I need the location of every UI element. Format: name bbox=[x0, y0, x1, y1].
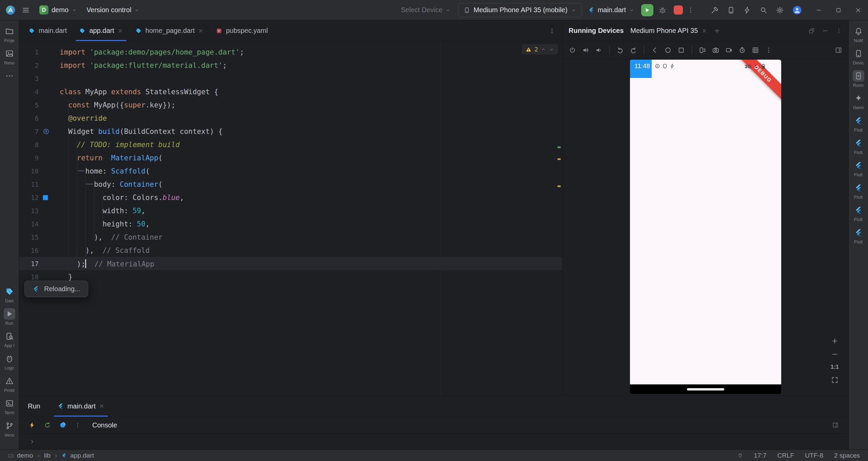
code-line-6[interactable]: 6 @override bbox=[19, 112, 562, 125]
emulator-screen[interactable]: DEBUG 11:48 3G bbox=[630, 60, 781, 384]
power-save-plug-icon[interactable] bbox=[737, 453, 743, 459]
search-icon[interactable] bbox=[760, 6, 768, 14]
device-selector[interactable]: Medium Phone API 35 (mobile) bbox=[458, 3, 582, 17]
device-tab[interactable]: Medium Phone API 35 bbox=[630, 27, 707, 35]
tool-notifications[interactable]: Notif bbox=[849, 23, 868, 45]
line-number[interactable]: 16 bbox=[19, 247, 39, 254]
line-number[interactable]: 9 bbox=[19, 154, 39, 162]
hide-panel-icon[interactable] bbox=[822, 27, 829, 34]
select-device-dropdown[interactable]: Select Device bbox=[401, 6, 451, 14]
tab-options-kebab[interactable] bbox=[542, 20, 562, 41]
stop-button[interactable] bbox=[674, 5, 683, 15]
home-icon[interactable] bbox=[664, 46, 672, 54]
more-actions-kebab[interactable] bbox=[687, 6, 694, 14]
settings-gear-icon[interactable] bbox=[776, 6, 784, 14]
breadcrumb-project[interactable]: demo bbox=[17, 452, 33, 459]
user-avatar[interactable] bbox=[792, 5, 802, 15]
line-number[interactable]: 15 bbox=[19, 234, 39, 241]
line-number[interactable]: 13 bbox=[19, 207, 39, 215]
devtools-button[interactable] bbox=[59, 421, 66, 429]
tab-app-dart[interactable]: app.dart bbox=[73, 20, 129, 41]
project-widget[interactable]: D demo bbox=[35, 3, 81, 18]
color-preview-swatch[interactable] bbox=[43, 195, 48, 200]
tool-flutter-tool-4[interactable]: Flutt bbox=[849, 180, 868, 202]
tool-logcat[interactable]: Logc bbox=[0, 350, 19, 373]
lightning-icon[interactable] bbox=[743, 6, 751, 14]
line-number[interactable]: 6 bbox=[19, 115, 39, 122]
tool-running-devices[interactable]: Runn bbox=[849, 68, 868, 90]
expand-chevron-icon[interactable] bbox=[29, 439, 35, 445]
dock-panel-icon[interactable] bbox=[835, 46, 842, 54]
layout-settings-icon[interactable] bbox=[832, 422, 839, 428]
close-icon[interactable] bbox=[702, 28, 707, 34]
code-line-13[interactable]: 13 width: 59, bbox=[19, 204, 562, 217]
phone-nav-bar[interactable] bbox=[630, 384, 781, 394]
code-line-14[interactable]: 14 height: 50, bbox=[19, 217, 562, 230]
volume-up-icon[interactable] bbox=[582, 46, 589, 54]
console-options-kebab[interactable] bbox=[74, 422, 81, 428]
line-number[interactable]: 3 bbox=[19, 75, 39, 82]
override-marker-icon[interactable] bbox=[43, 128, 50, 135]
line-number[interactable]: 10 bbox=[19, 167, 39, 175]
tool-flutter-tool-2[interactable]: Flutt bbox=[849, 135, 868, 157]
console-tab[interactable]: Console bbox=[92, 421, 117, 429]
tool-device-manager[interactable]: Devic bbox=[849, 45, 868, 68]
tool-flutter-tool-1[interactable]: Flutt bbox=[849, 113, 868, 135]
overview-icon[interactable] bbox=[677, 46, 685, 54]
vcs-widget[interactable]: Version control bbox=[82, 3, 144, 18]
code-line-16[interactable]: 16 ), // Scaffold bbox=[19, 244, 562, 257]
zoom-out-button[interactable] bbox=[831, 350, 839, 358]
tool-problems[interactable]: Probl bbox=[0, 373, 19, 395]
zoom-reset-button[interactable]: 1:1 bbox=[830, 364, 839, 370]
window-close-button[interactable] bbox=[848, 0, 868, 20]
device-mirror-icon[interactable] bbox=[727, 6, 735, 14]
inspection-widget[interactable]: 2 bbox=[522, 44, 558, 55]
tool-flutter-tool-5[interactable]: Flutt bbox=[849, 202, 868, 224]
snapshot-icon[interactable] bbox=[738, 46, 746, 54]
line-number[interactable]: 7 bbox=[19, 128, 39, 135]
chevron-up-icon[interactable] bbox=[541, 47, 546, 52]
code-line-11[interactable]: 11 body: Container( bbox=[19, 178, 562, 191]
code-line-5[interactable]: 5 const MyApp({super.key}); bbox=[19, 98, 562, 112]
code-line-7[interactable]: 7 Widget build(BuildContext context) { bbox=[19, 125, 562, 138]
breadcrumb-lib[interactable]: lib bbox=[44, 452, 51, 459]
run-button[interactable] bbox=[641, 4, 653, 16]
code-line-18[interactable]: 18 } bbox=[19, 270, 562, 283]
code-line-8[interactable]: 8 // TODO: implement build bbox=[19, 138, 562, 151]
float-window-icon[interactable] bbox=[808, 27, 815, 34]
zoom-in-button[interactable] bbox=[831, 337, 839, 345]
tool-resource-manager[interactable]: Reso bbox=[0, 45, 19, 68]
code-line-4[interactable]: 4class MyApp extends StatelessWidget { bbox=[19, 85, 562, 98]
main-menu-button[interactable] bbox=[18, 3, 34, 18]
hot-reload-button[interactable] bbox=[28, 421, 36, 429]
line-number[interactable]: 14 bbox=[19, 220, 39, 228]
window-maximize-button[interactable] bbox=[829, 0, 848, 20]
tool-project[interactable]: Proje bbox=[0, 23, 19, 45]
tool-flutter-tool-3[interactable]: Flutt bbox=[849, 157, 868, 180]
file-encoding[interactable]: UTF-8 bbox=[805, 452, 823, 459]
volume-down-icon[interactable] bbox=[595, 46, 603, 54]
tab-home-page-dart[interactable]: home_page.dart bbox=[129, 20, 210, 41]
tab-pubspec-yaml[interactable]: pubspec.yaml bbox=[210, 20, 274, 41]
rotate-right-icon[interactable] bbox=[630, 46, 637, 54]
line-number[interactable]: 4 bbox=[19, 88, 39, 96]
fold-icon[interactable] bbox=[699, 46, 706, 54]
line-number[interactable]: 18 bbox=[19, 273, 39, 281]
run-configuration-dropdown[interactable]: main.dart bbox=[588, 6, 634, 14]
camera-icon[interactable] bbox=[712, 46, 719, 54]
line-number[interactable]: 2 bbox=[19, 62, 39, 69]
code-line-10[interactable]: 10 home: Scaffold( bbox=[19, 164, 562, 178]
code-line-3[interactable]: 3 bbox=[19, 72, 562, 85]
line-number[interactable]: 11 bbox=[19, 181, 39, 188]
breadcrumb-file[interactable]: app.dart bbox=[70, 452, 94, 459]
tool-app-inspection[interactable]: App I bbox=[0, 328, 19, 350]
close-icon[interactable] bbox=[198, 28, 203, 34]
tool-gemini[interactable]: Gemi bbox=[849, 90, 868, 113]
code-line-17[interactable]: 17 ); // MaterialApp bbox=[19, 257, 562, 270]
power-icon[interactable] bbox=[569, 46, 576, 54]
tool-run[interactable]: Run bbox=[0, 306, 19, 328]
line-number[interactable]: 5 bbox=[19, 101, 39, 109]
grid-icon[interactable] bbox=[752, 46, 759, 54]
caret-position[interactable]: 17:7 bbox=[754, 452, 767, 459]
code-line-15[interactable]: 15 ), // Container bbox=[19, 230, 562, 244]
